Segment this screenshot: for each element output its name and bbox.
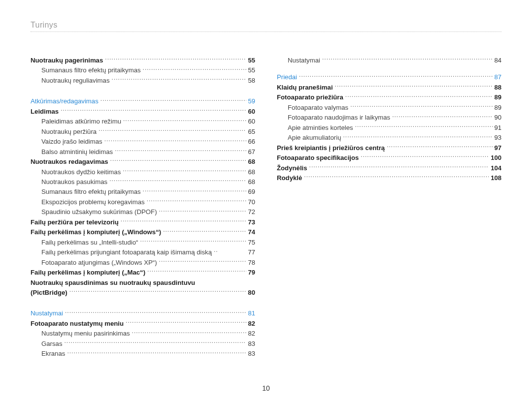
toc-label: Nuotraukos pasukimas (41, 177, 107, 187)
toc-entry[interactable]: Fotoaparato nustatymų meniu82 (31, 319, 255, 329)
toc-page: 74 (248, 227, 255, 237)
toc-label: Balso atmintinių leidimas (41, 147, 113, 157)
toc-page: 83 (248, 349, 255, 359)
toc-page: 104 (491, 163, 501, 173)
toc-entry[interactable]: Fotoaparato atjungimas („Windows XP“)78 (31, 258, 255, 268)
toc-label: Apie atminties korteles (288, 123, 353, 133)
toc-page: 68 (248, 167, 255, 177)
toc-entry[interactable]: Apie akumuliatorių93 (277, 133, 501, 143)
toc-label: Rodyklė (277, 173, 302, 183)
toc-section-link[interactable]: Nustatymai81 (31, 308, 255, 318)
toc-page: 82 (248, 329, 255, 339)
toc-entry[interactable]: Spaudinio užsakymo sukūrimas (DPOF)72 (31, 207, 255, 217)
toc-label: Klaidų pranešimai (277, 83, 333, 93)
toc-page: 108 (491, 173, 501, 183)
toc-page: 58 (248, 76, 255, 86)
toc-page: 81 (248, 308, 255, 318)
toc-entry[interactable]: Fotoaparato priežiūra89 (277, 93, 501, 102)
toc-entry[interactable]: Nuotraukų peržiūra65 (31, 127, 255, 137)
toc-label: Ekspozicijos problemų koregavimas (41, 197, 145, 207)
toc-page: 82 (248, 319, 255, 329)
toc-label: Nustatymai (288, 56, 320, 65)
toc-page: 84 (495, 56, 501, 65)
toc-page: 70 (248, 197, 255, 207)
toc-section-link[interactable]: Atkūrimas/redagavimas59 (31, 96, 255, 106)
toc-entry[interactable]: Nuotraukos pasukimas68 (31, 177, 255, 187)
toc-entry[interactable]: Sumanaus filtro efektų pritaikymas55 (31, 65, 255, 75)
toc-label: Fotoaparato nustatymų meniu (31, 319, 124, 329)
toc-page: 65 (248, 127, 255, 137)
toc-entry[interactable]: Garsas83 (31, 339, 255, 349)
toc-label: Failų perkėlimas į kompiuterį („Windows“… (31, 227, 161, 237)
toc-entry[interactable]: Balso atmintinių leidimas67 (31, 147, 255, 157)
toc-page: 68 (248, 177, 255, 187)
toc-entry[interactable]: Failų perkėlimas su „Intelli-studio“75 (31, 238, 255, 247)
toc-page: 60 (248, 107, 255, 117)
toc-entry[interactable]: Ekspozicijos problemų koregavimas70 (31, 197, 255, 207)
toc-page: 78 (248, 258, 255, 268)
toc-page: 97 (495, 143, 501, 153)
toc-page: 55 (248, 56, 255, 65)
toc-label: Atkūrimas/redagavimas (31, 96, 99, 106)
toc-entry[interactable]: Ekranas83 (31, 349, 255, 359)
toc-label: Failų perkėlimas į kompiuterį („Mac“) (31, 268, 145, 278)
toc-entry[interactable]: Paleidimas atkūrimo režimu60 (31, 117, 255, 126)
toc-page: 88 (495, 83, 501, 93)
toc-label: Prieš kreipiantis į priežiūros centrą (277, 143, 385, 153)
toc-page: 77 (248, 247, 255, 257)
toc-page: 83 (248, 339, 255, 349)
toc-entry[interactable]: Failų peržiūra per televizorių73 (31, 217, 255, 227)
toc-label: Nuotraukų spausdinimas su nuotraukų spau… (31, 278, 255, 288)
toc-entry[interactable]: Failų perkėlimas į kompiuterį („Windows“… (31, 227, 255, 237)
toc-entry[interactable]: Klaidų pranešimai88 (277, 83, 501, 93)
toc-label: Sumanaus filtro efektų pritaikymas (41, 65, 141, 75)
toc-entry[interactable]: Leidimas60 (31, 107, 255, 117)
toc-entry[interactable]: Nuotraukų spausdinimas su nuotraukų spau… (31, 278, 255, 298)
toc-label: Nuotraukų reguliavimas (41, 76, 110, 86)
toc-column-right: Nustatymai84Priedai87Klaidų pranešimai88… (277, 56, 501, 359)
toc-page: 72 (248, 207, 255, 217)
toc-label: Paleidimas atkūrimo režimu (41, 117, 121, 126)
toc-page: 79 (248, 268, 255, 278)
toc-entry[interactable]: Fotoaparato valymas89 (277, 103, 501, 113)
toc-entry[interactable]: Failų perkėlimas į kompiuterį („Mac“)79 (31, 268, 255, 278)
toc-columns: Nuotraukų pagerinimas55Sumanaus filtro e… (31, 56, 501, 359)
toc-entry[interactable]: Nuotraukos redagavimas68 (31, 157, 255, 167)
toc-entry[interactable]: Žodynėlis104 (277, 163, 501, 173)
toc-page: 68 (248, 157, 255, 167)
toc-label: Priedai (277, 72, 297, 82)
toc-entry[interactable]: Nuotraukų pagerinimas55 (31, 56, 255, 65)
toc-label: Nustatymai (31, 308, 63, 318)
toc-page: 100 (491, 153, 501, 163)
toc-entry[interactable]: Sumanaus filtro efektų pritaikymas69 (31, 187, 255, 197)
toc-label: (PictBridge) (31, 288, 67, 298)
toc-entry[interactable]: Rodyklė108 (277, 173, 501, 183)
toc-entry[interactable]: Nuotraukos dydžio keitimas68 (31, 167, 255, 177)
toc-entry[interactable]: Nuotraukų reguliavimas58 (31, 76, 255, 86)
toc-page: 59 (248, 96, 255, 106)
toc-page: 87 (495, 72, 501, 82)
toc-label: Garsas (41, 339, 63, 349)
toc-entry[interactable]: Prieš kreipiantis į priežiūros centrą97 (277, 143, 501, 153)
toc-entry[interactable]: Failų perkėlimas prijungiant fotoaparatą… (31, 247, 255, 257)
toc-page: 80 (248, 288, 255, 298)
page-number: 10 (0, 384, 532, 392)
toc-page: 90 (495, 113, 501, 123)
toc-page: 75 (248, 238, 255, 247)
toc-label: Nuotraukų peržiūra (41, 127, 97, 137)
toc-label: Fotoaparato valymas (288, 103, 348, 113)
toc-label: Failų perkėlimas prijungiant fotoaparatą… (41, 247, 212, 257)
toc-label: Nuotraukos dydžio keitimas (41, 167, 121, 177)
toc-label: Nustatymų meniu pasirinkimas (41, 329, 130, 339)
toc-entry[interactable]: Nustatymų meniu pasirinkimas82 (31, 329, 255, 339)
toc-label: Leidimas (31, 107, 59, 117)
toc-entry[interactable]: Apie atminties korteles91 (277, 123, 501, 133)
toc-entry[interactable]: Nustatymai84 (277, 56, 501, 65)
toc-page: 91 (495, 123, 501, 133)
toc-label: Apie akumuliatorių (288, 133, 341, 143)
toc-entry[interactable]: Vaizdo įrašo leidimas66 (31, 137, 255, 147)
toc-entry[interactable]: Fotoaparato specifikacijos100 (277, 153, 501, 163)
toc-section-link[interactable]: Priedai87 (277, 72, 501, 82)
toc-page: 67 (248, 147, 255, 157)
toc-entry[interactable]: Fotoaparato naudojimas ir laikymas90 (277, 113, 501, 123)
